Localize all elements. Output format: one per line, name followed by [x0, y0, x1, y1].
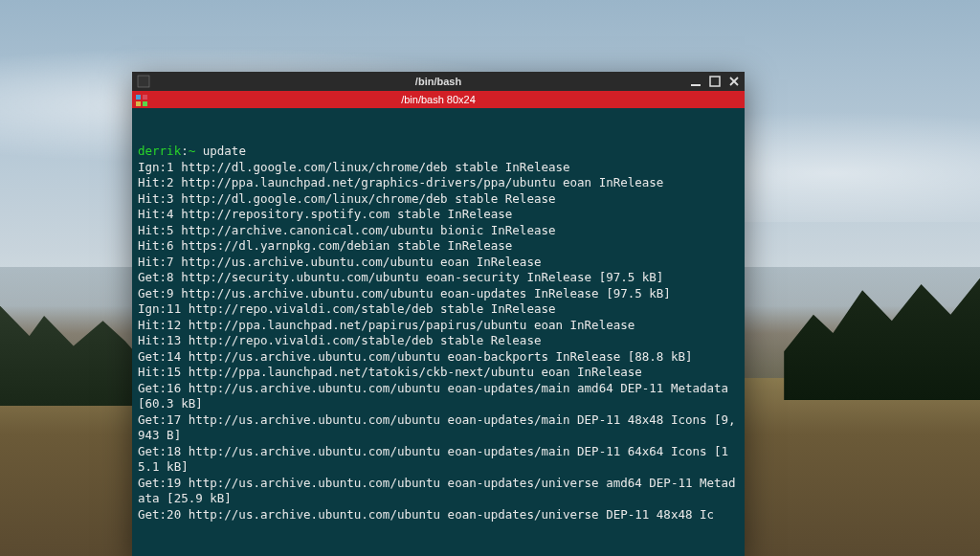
output-line: Hit:4 http://repository.spotify.com stab…: [138, 207, 739, 223]
output-line: Hit:3 http://dl.google.com/linux/chrome/…: [138, 191, 739, 208]
svg-rect-1: [691, 84, 701, 86]
output-line: Get:16 http://us.archive.ubuntu.com/ubun…: [138, 381, 739, 412]
prompt-command: update: [203, 144, 246, 158]
window-title: /bin/bash: [132, 76, 745, 87]
app-icon: [136, 74, 151, 89]
output-line: Get:14 http://us.archive.ubuntu.com/ubun…: [138, 349, 739, 366]
output-line: Ign:1 http://dl.google.com/linux/chrome/…: [138, 160, 739, 176]
terminal-window[interactable]: /bin/bash /bin/bash 80x24 derrik:~: [132, 72, 745, 556]
window-titlebar[interactable]: /bin/bash: [132, 72, 745, 91]
output-line: Get:19 http://us.archive.ubuntu.com/ubun…: [138, 476, 739, 507]
output-line: Hit:7 http://us.archive.ubuntu.com/ubunt…: [138, 255, 739, 271]
output-line: Hit:6 https://dl.yarnpkg.com/debian stab…: [138, 238, 739, 255]
tab-bar[interactable]: /bin/bash 80x24: [132, 91, 745, 108]
svg-rect-8: [143, 101, 147, 106]
close-button[interactable]: [727, 75, 741, 88]
terminal-output[interactable]: derrik:~ updateIgn:1 http://dl.google.co…: [132, 108, 745, 556]
svg-rect-0: [138, 76, 149, 87]
output-line: Hit:13 http://repo.vivaldi.com/stable/de…: [138, 333, 739, 349]
output-line: Get:20 http://us.archive.ubuntu.com/ubun…: [138, 507, 739, 523]
output-line: Ign:11 http://repo.vivaldi.com/stable/de…: [138, 301, 739, 318]
output-line: Get:18 http://us.archive.ubuntu.com/ubun…: [138, 444, 739, 476]
window-controls: [689, 75, 741, 88]
svg-rect-6: [143, 95, 147, 100]
svg-rect-5: [136, 95, 141, 100]
prompt-separator: :: [181, 144, 189, 158]
svg-rect-2: [710, 77, 720, 86]
minimize-button[interactable]: [689, 75, 702, 88]
tab-title: /bin/bash 80x24: [132, 94, 745, 105]
output-line: Hit:15 http://ppa.launchpad.net/tatokis/…: [138, 365, 739, 381]
output-line: Hit:2 http://ppa.launchpad.net/graphics-…: [138, 175, 739, 191]
svg-rect-7: [136, 101, 141, 106]
maximize-button[interactable]: [708, 75, 722, 88]
output-line: Get:17 http://us.archive.ubuntu.com/ubun…: [138, 412, 739, 444]
prompt-path: ~: [189, 144, 196, 158]
output-line: Hit:5 http://archive.canonical.com/ubunt…: [138, 223, 739, 239]
prompt-user: derrik: [138, 144, 181, 158]
prompt-line: derrik:~ update: [138, 144, 739, 160]
output-line: Hit:12 http://ppa.launchpad.net/papirus/…: [138, 318, 739, 334]
output-line: Get:8 http://security.ubuntu.com/ubuntu …: [138, 270, 739, 286]
tab-app-icon: [136, 93, 149, 106]
output-line: Get:9 http://us.archive.ubuntu.com/ubunt…: [138, 286, 739, 302]
